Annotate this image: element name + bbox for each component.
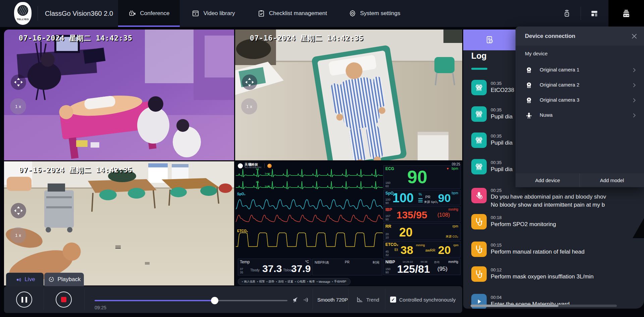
spo2-signal-bars (418, 198, 423, 202)
trend-label[interactable]: Trend (366, 286, 379, 313)
log-entry-text: Perform mask oxygen insufflation 3L/min (491, 273, 594, 280)
rr-source: 来源 CO₂ (446, 234, 459, 239)
monitor-menu-item[interactable]: 冻结 (276, 280, 284, 284)
nibp-panel: NIBP 14:26:22 00:38 自动 mmHg 125/81 (95) … (383, 259, 461, 275)
etco2-value: 38 (400, 244, 413, 257)
etco2-wave-label: ETCO₂ (237, 229, 248, 233)
spo2-percent: % (419, 192, 422, 196)
device-item-camera3[interactable]: Original camera 3 (516, 93, 644, 108)
tblood-value: 37.9 (291, 263, 311, 274)
temp-hi: 37 (240, 267, 243, 271)
device-name: Original camera 2 (540, 82, 579, 88)
nibp-unit: mmHg (448, 260, 458, 264)
patient-monitor-feed[interactable]: 天堰科技 TELLYES SCIENTIFIC 09:25 (235, 161, 462, 285)
zoom-level-badge[interactable]: 1 x (241, 98, 257, 114)
add-device-button[interactable]: Add device (516, 173, 580, 187)
tab-video-library[interactable]: Video library (185, 0, 241, 27)
etco2-lo: 32 (385, 253, 389, 257)
monitor-menu-item[interactable]: 病人信息 (242, 280, 255, 284)
layout-button[interactable] (587, 6, 602, 21)
add-model-button[interactable]: Add model (580, 173, 644, 187)
ibp-unit: mmHg (448, 208, 458, 211)
trend-button[interactable] (356, 296, 364, 303)
log-document-icon (484, 35, 494, 45)
sync-checkbox[interactable] (390, 297, 396, 303)
log-horizontal-scrollbar[interactable] (471, 305, 617, 307)
tab-checklist-management[interactable]: Checklist management (249, 0, 335, 27)
tab-system-settings[interactable]: System settings (341, 0, 408, 27)
log-entry-time: 00:25 (491, 188, 502, 193)
nibp-list-panel: NIBP列表 PR 时间 (312, 259, 382, 275)
mute-button[interactable] (292, 296, 300, 304)
camera-feed-3[interactable]: 07-16-2024 星期二 14:42:35 1 x (4, 161, 234, 285)
log-entry[interactable]: 00:18 Perform SPO2 monitoring (463, 214, 644, 235)
robot-icon (525, 111, 533, 119)
divider (581, 7, 581, 20)
zoom-level-badge[interactable]: 1 x (10, 227, 26, 243)
ecg-value: 90 (407, 166, 427, 187)
pan-control[interactable] (11, 203, 26, 218)
monitor-menu-item[interactable]: Message (317, 280, 330, 283)
seek-thumb[interactable] (211, 297, 218, 304)
etco2-panel: ETCO₂ mmHg Et 38 awRR 20 rpm 45 32 (383, 241, 461, 258)
volume-button[interactable] (303, 296, 311, 304)
video-library-icon (192, 9, 200, 17)
ibp-map: (108) (437, 212, 450, 218)
device-connection-panel: Device connection My device Original cam… (516, 27, 644, 187)
pan-control[interactable] (11, 74, 26, 90)
device-connection-button[interactable] (608, 0, 644, 27)
zoom-level-badge[interactable]: 1 x (10, 98, 26, 114)
screencast-button[interactable] (559, 6, 574, 21)
camera-feed-1[interactable]: 07-16-2024 星期二 14:42:35 1 x (4, 30, 234, 160)
app-window: TELLYES ClassGo Vision360 2.0 Conference… (0, 0, 644, 317)
tab-conference[interactable]: Conference (118, 0, 180, 27)
log-entry[interactable]: 00:25 Do you have abdominal pain and blo… (463, 188, 644, 213)
device-item-camera2[interactable]: Original camera 2 (516, 78, 644, 93)
divider (44, 289, 44, 310)
tellyes-logo: TELLYES (14, 2, 32, 25)
close-button[interactable] (630, 32, 639, 41)
divider (385, 289, 385, 310)
camera-feed-2[interactable]: 07-16-2024 星期二 14:42:35 1 x (235, 30, 462, 160)
scrollbar-thumb[interactable] (471, 305, 558, 307)
vitals-sliders-icon (471, 80, 487, 95)
vitals-sliders-icon (471, 133, 487, 148)
monitor-menu-item[interactable]: 报警 (257, 280, 265, 284)
monitor-menu-item[interactable]: 手动NIBP (332, 280, 346, 284)
device-stack-icon (621, 8, 631, 18)
divider (313, 289, 313, 310)
rr-panel: RR rpm 20 来源 CO₂ 20 10 (383, 223, 461, 240)
seek-slider[interactable] (95, 300, 287, 301)
monitor-menu-item[interactable]: 检查 (307, 280, 315, 284)
layout-grid-icon (590, 9, 599, 18)
tab-live[interactable]: Live (6, 273, 44, 286)
settings-gear-icon (348, 9, 357, 17)
log-tab[interactable] (463, 30, 516, 50)
tab-playback[interactable]: Playback (44, 273, 84, 286)
device-item-camera1[interactable]: Original camera 1 (516, 63, 644, 78)
etco2-label: ETCO₂ (385, 242, 398, 247)
log-entry[interactable]: 00:12 Perform mask oxygen insufflation 3… (463, 266, 644, 288)
device-panel-title: Device connection (525, 27, 575, 46)
ecg-hi: 160 (385, 181, 390, 184)
device-item-nuwa[interactable]: Nuwa (516, 108, 644, 123)
awrr-unit: rpm (453, 244, 459, 247)
video-timestamp: 07-16-2024 星期二 14:42:35 (19, 165, 132, 175)
ecg-lo: 60 (385, 184, 389, 188)
temp-panel: Temp °C Tbody 37.3 Tblood 37.9 37 35 (238, 259, 311, 275)
log-entry[interactable]: 00:15 Perform manual ratation of felal h… (463, 242, 644, 263)
ibp-label: IBP (385, 207, 392, 212)
pan-control[interactable] (242, 74, 257, 90)
monitor-menu-item[interactable]: 心电图 (295, 280, 305, 284)
log-title-underline (471, 68, 487, 70)
monitor-menu-item[interactable]: 设置 (285, 280, 293, 284)
monitor-menu-item[interactable]: 趋势 (267, 280, 274, 284)
rr-unit: rpm (452, 224, 458, 228)
quality-selector[interactable]: Smooth 720P (317, 286, 348, 313)
log-entry-time: 00:35 (491, 107, 502, 112)
tab-label: Checklist management (269, 10, 327, 17)
sync-checkbox-label[interactable]: Controlled synchronously (399, 286, 455, 313)
camera3-scene (4, 161, 234, 285)
stop-record-button[interactable] (56, 292, 72, 308)
pause-button[interactable] (16, 292, 32, 308)
